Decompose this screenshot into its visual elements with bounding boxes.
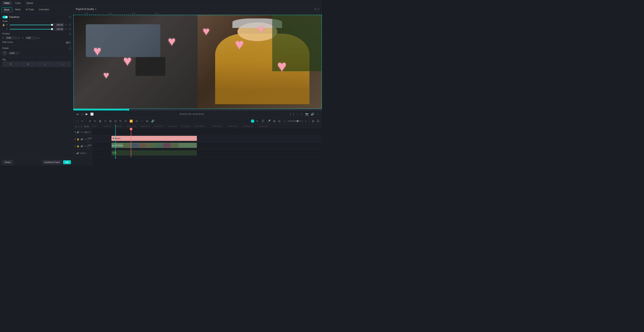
time-305: 00:00:03:05: [195, 125, 204, 127]
ok-button[interactable]: OK: [63, 160, 71, 164]
rotate-input[interactable]: [8, 52, 19, 55]
tab-animation[interactable]: Animation: [36, 7, 52, 12]
skip-back-btn[interactable]: ⏮: [76, 112, 79, 116]
scale-x-slider[interactable]: [10, 25, 52, 25]
toolbar-undo[interactable]: ↺: [88, 119, 92, 123]
flip-btn-vertical[interactable]: ⇅: [2, 61, 19, 67]
toolbar-caption[interactable]: ⊟: [277, 119, 282, 123]
playback-bar[interactable]: [74, 109, 322, 110]
tab-basic[interactable]: Basic: [2, 7, 12, 12]
toolbar-fx[interactable]: ✦: [255, 119, 260, 123]
toolbar-rotate[interactable]: ↻: [118, 119, 123, 123]
pos-y-input[interactable]: [25, 36, 37, 39]
timeline-tracks[interactable]: 00:00 00:00:10 00:00:20 00:00:01:05 00:0…: [92, 125, 322, 166]
fullscreen-icon[interactable]: ⊞: [314, 8, 316, 10]
toolbar-t1[interactable]: ⊡: [114, 119, 118, 123]
track-add2-btn[interactable]: ⊕: [80, 125, 82, 128]
tab-speed[interactable]: Speed: [24, 1, 35, 5]
track-row-video2[interactable]: ♥ Hearts: [92, 135, 322, 142]
split-btn[interactable]: ↕: [296, 112, 298, 116]
toolbar-audio[interactable]: 🎵: [260, 119, 266, 123]
quality-dropdown-icon[interactable]: ▾: [95, 8, 96, 10]
flip-btn-3[interactable]: ▷: [37, 61, 54, 67]
transform-toggle[interactable]: [2, 16, 8, 18]
settings-icon[interactable]: ⊡: [318, 8, 320, 10]
toolbar-flip[interactable]: ↺: [124, 119, 128, 123]
pos-x-input[interactable]: [6, 36, 17, 39]
audio1-volume-btn[interactable]: 🔊: [76, 152, 80, 155]
video1-volume-btn[interactable]: 🔊: [80, 145, 84, 148]
video3-visible-btn[interactable]: 👁: [80, 131, 83, 134]
track-settings-btn[interactable]: ⊡: [78, 125, 80, 128]
video2-lock-btn[interactable]: 🔒: [76, 138, 80, 141]
more-btn[interactable]: ⋯: [316, 112, 320, 116]
video3-volume-btn[interactable]: 🔊: [76, 131, 80, 134]
rotate-diamond[interactable]: [68, 47, 71, 50]
lock-icon[interactable]: 🔒: [2, 24, 5, 26]
scale-y-input[interactable]: [53, 27, 64, 31]
clip-hearts[interactable]: ♥ Hearts: [112, 136, 197, 141]
audio-clip[interactable]: [112, 150, 197, 156]
video2-volume-btn[interactable]: 🔊: [80, 138, 84, 141]
toolbar-auto-color[interactable]: ●: [251, 119, 254, 123]
flip-btn-4[interactable]: □: [54, 61, 71, 67]
scale-y-slider[interactable]: [10, 29, 52, 29]
play-btn[interactable]: ▶: [85, 112, 88, 116]
time-elapsed: 00:00:01:09: [180, 113, 191, 115]
panel-bottom: Reset Keyframe Panel OK: [0, 158, 73, 166]
zoom-slider[interactable]: [288, 121, 303, 121]
video1-lock-btn[interactable]: 🔒: [76, 145, 80, 148]
rotate-dial[interactable]: [2, 51, 7, 55]
toolbar-grid-view[interactable]: ⊞: [311, 119, 315, 123]
stop-btn[interactable]: ⬜: [90, 112, 94, 116]
toolbar-select-tool[interactable]: ⬚: [75, 119, 80, 123]
toolbar-link[interactable]: 🔗: [150, 119, 155, 123]
toolbar-merge[interactable]: ⊕: [145, 119, 149, 123]
toolbar-plus[interactable]: +: [304, 119, 308, 123]
scale-label: Scale: [2, 20, 71, 22]
scale-x-input[interactable]: [53, 23, 64, 26]
toolbar-crop[interactable]: ⊞: [108, 119, 112, 123]
tab-color[interactable]: Color: [13, 1, 23, 5]
mark-in-btn[interactable]: {: [290, 112, 292, 116]
tab-mask[interactable]: Mask: [12, 7, 23, 12]
playback-thumb[interactable]: [127, 108, 129, 111]
frame-back-btn[interactable]: ◁: [81, 112, 84, 116]
export-frame-btn[interactable]: ⬚: [300, 112, 303, 116]
video2-visible-btn[interactable]: 👁: [84, 138, 87, 141]
tab-video[interactable]: Video: [2, 1, 12, 5]
toolbar-split[interactable]: ↔: [140, 119, 144, 123]
video1-visible-btn[interactable]: 👁: [84, 145, 87, 148]
toolbar-edit-tool[interactable]: ✂: [80, 119, 84, 123]
reset-button[interactable]: Reset: [2, 160, 13, 164]
volume-btn[interactable]: 🔊: [310, 112, 314, 116]
track-row-video3[interactable]: [92, 128, 322, 135]
transform-keyframe-diamond[interactable]: [68, 16, 71, 18]
snapshot-btn[interactable]: 📷: [305, 112, 309, 116]
position-diamond[interactable]: [68, 32, 71, 35]
toolbar-t2[interactable]: ⊠: [272, 119, 276, 123]
add-track-btn[interactable]: ⊞: [74, 125, 77, 128]
scale-x-diamond[interactable]: [68, 23, 71, 26]
pos-x-unit: px: [18, 37, 20, 39]
toolbar-redo[interactable]: ↻: [93, 119, 97, 123]
top-tab-bar: Video Color Speed: [0, 0, 322, 6]
flip-btn-horizontal[interactable]: ⇄: [20, 61, 36, 67]
toolbar-minus[interactable]: —: [282, 119, 287, 123]
track-row-video1[interactable]: ▶ 02 Replace Your Video: [92, 142, 322, 149]
keyframe-panel-button[interactable]: Keyframe Panel: [42, 160, 62, 164]
tab-ai-tools[interactable]: AI Tools: [23, 7, 36, 12]
toolbar-list-view[interactable]: ☰: [316, 119, 320, 123]
toolbar-mic[interactable]: 🎤: [266, 119, 272, 123]
scale-y-diamond[interactable]: [68, 28, 71, 30]
zoom-thumb[interactable]: [297, 120, 298, 122]
track-label-video1: 1 🔒 🔊 👁 Video 1: [74, 143, 92, 150]
toolbar-reverse[interactable]: ⇄: [134, 119, 139, 123]
toolbar-delete[interactable]: 🗑: [98, 119, 102, 123]
clip-video[interactable]: ▶ 02 Replace Your Video: [112, 143, 197, 148]
mark-out-btn[interactable]: }: [293, 112, 295, 116]
path-curve-toggle[interactable]: [66, 41, 71, 44]
track-row-audio1[interactable]: [92, 149, 322, 157]
toolbar-cut[interactable]: ✂: [103, 119, 108, 123]
toolbar-speed[interactable]: ⏩: [128, 119, 134, 123]
